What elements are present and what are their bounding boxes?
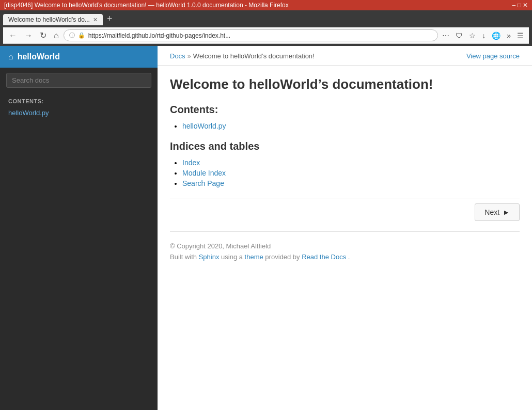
breadcrumb-separator: » — [187, 52, 191, 60]
overflow-button[interactable]: » — [505, 30, 513, 41]
doc-footer: © Copyright 2020, Michael Altfield Built… — [170, 231, 520, 266]
list-item: Module Index — [182, 169, 520, 177]
info-icon: ⓘ — [69, 31, 75, 39]
footer-built-suffix: provided by — [265, 253, 302, 261]
search-input[interactable] — [6, 73, 151, 88]
theme-link[interactable]: theme — [245, 253, 263, 261]
breadcrumb-current: Welcome to helloWorld’s documentation! — [193, 52, 315, 60]
sidebar: ⌂ helloWorld CONTENTS: helloWorld.py — [0, 46, 158, 410]
page-title: Welcome to helloWorld’s documentation! — [170, 76, 520, 93]
rtd-link[interactable]: Read the Docs — [302, 253, 346, 261]
more-button[interactable]: ⋯ — [440, 30, 451, 41]
breadcrumb-docs-link[interactable]: Docs — [170, 52, 185, 60]
title-bar-text: [disp4046] Welcome to helloWorld’s docum… — [4, 2, 289, 9]
sidebar-item-helloworld[interactable]: helloWorld.py — [0, 106, 158, 119]
reload-button[interactable]: ↻ — [37, 29, 49, 41]
search-page-link[interactable]: Search Page — [182, 179, 224, 187]
tab-title: Welcome to helloWorld's do... — [8, 16, 90, 23]
footer-built: Built with Sphinx using a theme provided… — [170, 253, 520, 261]
download-button[interactable]: ↓ — [480, 30, 488, 41]
footer-period: . — [348, 253, 350, 261]
tab-bar: Welcome to helloWorld's do... ✕ + — [3, 12, 529, 25]
copyright-text: © Copyright 2020, Michael Altfield — [170, 242, 520, 250]
browser-tab[interactable]: Welcome to helloWorld's do... ✕ — [3, 14, 103, 25]
contents-heading: Contents: — [170, 104, 520, 116]
sidebar-contents-label: CONTENTS: — [0, 93, 158, 106]
next-arrow-icon: ► — [503, 208, 510, 216]
contents-list: helloWorld.py — [170, 122, 520, 130]
module-index-link[interactable]: Module Index — [182, 169, 226, 177]
pocket-button[interactable]: 🛡 — [453, 30, 465, 41]
indices-list: Index Module Index Search Page — [170, 159, 520, 187]
tab-close-button[interactable]: ✕ — [93, 17, 98, 23]
next-button[interactable]: Next ► — [475, 203, 520, 221]
title-bar: [disp4046] Welcome to helloWorld’s docum… — [0, 0, 532, 10]
new-tab-button[interactable]: + — [104, 12, 116, 25]
nav-actions: ⋯ 🛡 ☆ ↓ 🌐 » ☰ — [440, 30, 526, 41]
index-link[interactable]: Index — [182, 159, 200, 167]
footer-built-prefix: Built with — [170, 253, 197, 261]
indices-heading: Indices and tables — [170, 140, 520, 152]
sidebar-header: ⌂ helloWorld — [0, 46, 158, 68]
breadcrumb-bar: Docs » Welcome to helloWorld’s documenta… — [158, 46, 532, 66]
nav-footer: Next ► — [170, 198, 520, 231]
view-source-link[interactable]: View page source — [466, 52, 520, 60]
home-icon: ⌂ — [8, 52, 13, 61]
footer-built-middle: using a — [221, 253, 245, 261]
forward-button[interactable]: → — [22, 30, 35, 41]
list-item: helloWorld.py — [182, 122, 520, 130]
breadcrumb: Docs » Welcome to helloWorld’s documenta… — [170, 52, 315, 60]
lock-icon: 🔒 — [78, 32, 85, 39]
sphinx-link[interactable]: Sphinx — [199, 253, 220, 261]
content-area: Docs » Welcome to helloWorld’s documenta… — [158, 46, 532, 410]
home-button[interactable]: ⌂ — [51, 30, 61, 41]
url-text: https://maltfield.github.io/rtd-github-p… — [88, 32, 433, 39]
nav-bar: ← → ↻ ⌂ ⓘ 🔒 https://maltfield.github.io/… — [3, 27, 529, 44]
title-bar-controls[interactable]: – □ ✕ — [512, 2, 528, 9]
bookmark-button[interactable]: ☆ — [467, 30, 478, 41]
main-layout: ⌂ helloWorld CONTENTS: helloWorld.py Doc… — [0, 46, 532, 410]
sidebar-title: helloWorld — [18, 52, 60, 61]
hamburger-menu[interactable]: ☰ — [515, 30, 526, 41]
extension-button-1[interactable]: 🌐 — [490, 30, 503, 41]
back-button[interactable]: ← — [6, 30, 20, 41]
doc-content: Welcome to helloWorld’s documentation! C… — [158, 66, 532, 281]
browser-chrome: Welcome to helloWorld's do... ✕ + ← → ↻ … — [0, 10, 532, 46]
url-bar[interactable]: ⓘ 🔒 https://maltfield.github.io/rtd-gith… — [64, 29, 439, 41]
helloworld-link[interactable]: helloWorld.py — [182, 122, 226, 130]
list-item: Index — [182, 159, 520, 167]
next-label: Next — [484, 208, 499, 216]
list-item: Search Page — [182, 179, 520, 187]
